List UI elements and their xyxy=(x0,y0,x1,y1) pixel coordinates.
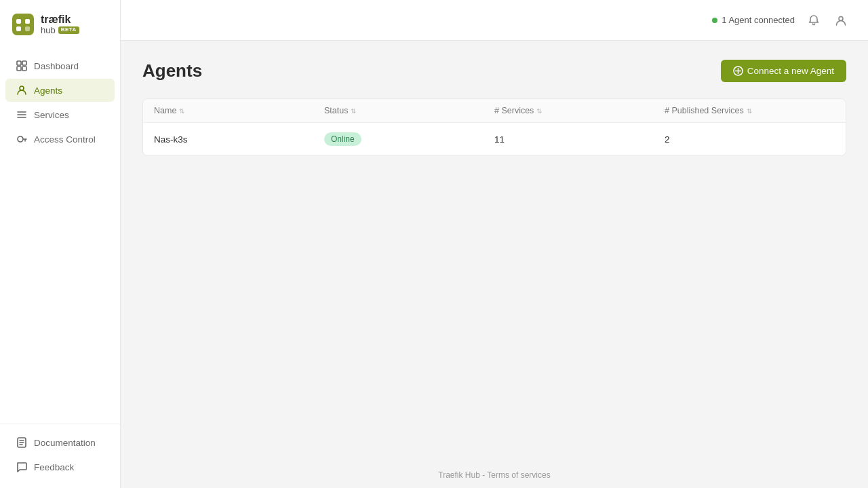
sidebar-item-label: Dashboard xyxy=(34,61,79,71)
sort-icon: ⇅ xyxy=(351,107,356,115)
status-dot xyxy=(712,18,717,23)
page-header: Agents Connect a new Agent xyxy=(142,60,846,82)
sort-icon: ⇅ xyxy=(536,107,542,115)
connect-button-label: Connect a new Agent xyxy=(747,66,834,76)
online-badge: Online xyxy=(324,132,361,146)
sort-icon: ⇅ xyxy=(747,107,752,115)
sidebar-item-label: Documentation xyxy=(34,438,96,448)
agents-table: Name ⇅ Status ⇅ # Services ⇅ # Published… xyxy=(142,98,846,156)
svg-rect-7 xyxy=(17,67,21,71)
agent-published-services-count: 2 xyxy=(665,134,835,145)
grid-icon xyxy=(16,60,27,71)
user-icon xyxy=(835,15,846,26)
user-profile-button[interactable] xyxy=(833,12,849,29)
svg-point-13 xyxy=(18,136,23,142)
logo-text: træfik hub BETA xyxy=(41,14,79,35)
sidebar-item-label: Agents xyxy=(34,86,62,96)
plus-circle-icon xyxy=(733,66,743,76)
sidebar-bottom: Documentation Feedback xyxy=(0,424,120,488)
services-icon xyxy=(16,109,27,120)
sort-icon: ⇅ xyxy=(179,107,184,115)
header: 1 Agent connected xyxy=(121,0,868,41)
sidebar-item-label: Services xyxy=(34,110,69,120)
page-title: Agents xyxy=(142,60,202,81)
agent-name: Nas-k3s xyxy=(154,134,324,145)
svg-rect-4 xyxy=(25,26,30,31)
connect-agent-button[interactable]: Connect a new Agent xyxy=(721,60,846,82)
bell-icon xyxy=(808,15,819,26)
sidebar-item-label: Feedback xyxy=(34,462,74,472)
svg-rect-3 xyxy=(16,26,21,31)
agents-icon xyxy=(16,85,27,96)
agent-status-cell: Online xyxy=(324,132,494,146)
svg-point-9 xyxy=(20,86,24,90)
sidebar-item-agents[interactable]: Agents xyxy=(5,79,115,102)
terms-link[interactable]: Terms of services xyxy=(487,470,550,480)
content-area: Agents Connect a new Agent Name ⇅ Status xyxy=(121,41,868,488)
agent-status: 1 Agent connected xyxy=(712,15,795,25)
sidebar-item-label: Access Control xyxy=(34,134,96,145)
col-status: Status ⇅ xyxy=(324,106,494,115)
col-services: # Services ⇅ xyxy=(494,106,665,115)
svg-rect-2 xyxy=(25,19,30,24)
footer-text: Traefik Hub - xyxy=(438,470,485,480)
key-icon xyxy=(16,134,27,145)
feedback-icon xyxy=(16,462,27,472)
sidebar-item-documentation[interactable]: Documentation xyxy=(5,431,115,454)
svg-rect-1 xyxy=(16,19,21,24)
product-name: hub xyxy=(41,26,56,35)
page-footer: Traefik Hub - Terms of services xyxy=(121,462,868,488)
sidebar-item-feedback[interactable]: Feedback xyxy=(5,455,115,478)
table-header: Name ⇅ Status ⇅ # Services ⇅ # Published… xyxy=(143,99,846,123)
sidebar-nav: Dashboard Agents Services Access Control xyxy=(0,48,120,424)
svg-rect-8 xyxy=(22,67,26,71)
sidebar-item-access-control[interactable]: Access Control xyxy=(5,128,115,151)
brand-name: træfik xyxy=(41,14,79,26)
col-name: Name ⇅ xyxy=(154,106,324,115)
svg-rect-0 xyxy=(12,14,34,35)
sidebar-item-dashboard[interactable]: Dashboard xyxy=(5,54,115,77)
logo: træfik hub BETA xyxy=(0,0,120,48)
col-published-services: # Published Services ⇅ xyxy=(665,106,835,115)
agent-status-text: 1 Agent connected xyxy=(722,15,795,25)
svg-rect-5 xyxy=(17,61,21,65)
main-content: 1 Agent connected Agents xyxy=(121,0,868,488)
agent-services-count: 11 xyxy=(494,134,665,145)
svg-point-20 xyxy=(839,16,843,20)
doc-icon xyxy=(16,437,27,448)
svg-rect-6 xyxy=(22,61,26,65)
table-row[interactable]: Nas-k3s Online 11 2 xyxy=(143,123,846,155)
beta-badge: BETA xyxy=(58,26,79,34)
logo-icon xyxy=(11,12,35,37)
sidebar: træfik hub BETA Dashboard Agents xyxy=(0,0,121,488)
sidebar-item-services[interactable]: Services xyxy=(5,103,115,126)
notifications-button[interactable] xyxy=(806,12,822,29)
